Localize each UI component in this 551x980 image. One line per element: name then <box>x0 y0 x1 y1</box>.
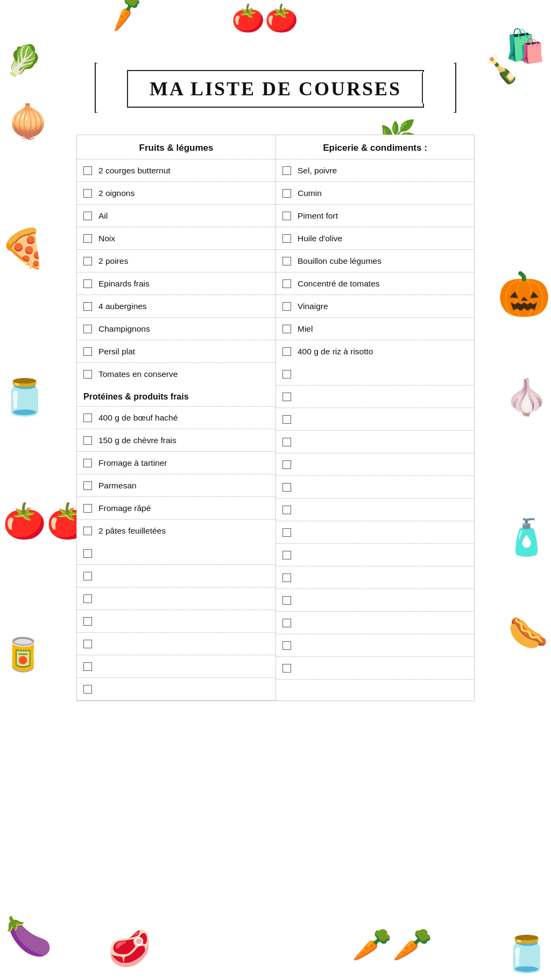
checkbox-left-4[interactable] <box>83 257 92 265</box>
checkbox-empty-right-8[interactable] <box>282 551 291 559</box>
checkbox-right-2[interactable] <box>282 212 291 220</box>
checkbox-left-1[interactable] <box>83 189 92 198</box>
checkbox-left2-0[interactable] <box>83 414 92 422</box>
checkbox-left2-3[interactable] <box>83 481 92 490</box>
checkbox-empty-left-5[interactable] <box>83 662 92 671</box>
checkbox-left-7[interactable] <box>83 325 92 333</box>
item-text-left-2: Ail <box>98 211 108 221</box>
epicerie-list: Sel, poivre Cumin Piment fort Huile d'ol… <box>276 159 474 363</box>
checkbox-empty-right-3[interactable] <box>282 438 291 446</box>
checkbox-empty-right-10[interactable] <box>282 596 291 605</box>
list-item: Parmesan <box>77 474 276 497</box>
checkbox-empty-right-1[interactable] <box>282 393 291 401</box>
checkbox-left-3[interactable] <box>83 234 92 243</box>
checkbox-left-6[interactable] <box>83 302 92 311</box>
checkbox-empty-right-12[interactable] <box>282 641 291 650</box>
item-text-right-0: Sel, poivre <box>298 166 337 176</box>
empty-item-left <box>77 610 276 633</box>
checkbox-empty-left-0[interactable] <box>83 549 92 558</box>
section2-header: Protéines & produits frais <box>77 386 276 407</box>
list-item: Concentré de tomates <box>276 272 474 295</box>
item-text-right-1: Cumin <box>298 188 322 198</box>
ham-decoration: 🥩 <box>108 928 151 969</box>
empty-item-left <box>77 678 276 701</box>
checkbox-left-0[interactable] <box>83 166 92 175</box>
item-text-left-8: Persil plat <box>98 347 135 356</box>
checkbox-empty-left-1[interactable] <box>83 572 92 580</box>
checkbox-left2-1[interactable] <box>83 436 92 445</box>
main-content: Fruits & légumes 2 courges butternut 2 o… <box>0 124 551 723</box>
checkbox-left2-4[interactable] <box>83 504 92 513</box>
empty-item-right <box>276 657 474 680</box>
checkbox-empty-left-2[interactable] <box>83 594 92 603</box>
list-item: Vinaigre <box>276 295 474 318</box>
list-item: 150 g de chèvre frais <box>77 429 276 452</box>
list-item: Ail <box>77 205 276 227</box>
empty-item-right <box>276 499 474 521</box>
empty-item-right <box>276 612 474 634</box>
item-text-left2-2: Fromage à tartiner <box>98 458 167 468</box>
list-item: Tomates en conserve <box>77 363 276 386</box>
checkbox-empty-left-4[interactable] <box>83 640 92 648</box>
checkbox-right-0[interactable] <box>282 166 291 175</box>
item-text-right-4: Bouillon cube légumes <box>298 256 382 266</box>
item-text-left-4: 2 poires <box>98 256 128 266</box>
checkbox-right-8[interactable] <box>282 347 291 356</box>
jar2-decoration: 🫙 <box>505 934 548 975</box>
checkbox-right-3[interactable] <box>282 234 291 243</box>
checkbox-right-4[interactable] <box>282 257 291 265</box>
left-column-header: Fruits & légumes <box>77 135 276 159</box>
checkbox-empty-left-3[interactable] <box>83 617 92 626</box>
checkbox-left-8[interactable] <box>83 347 92 356</box>
list-item: 2 poires <box>77 250 276 272</box>
empty-item-left <box>77 542 276 565</box>
checkbox-empty-left-6[interactable] <box>83 685 92 694</box>
item-text-left-5: Epinards frais <box>98 279 150 289</box>
list-item: 2 pâtes feuilletées <box>77 520 276 542</box>
right-column-header: Epicerie & condiments : <box>276 135 474 159</box>
checkbox-right-1[interactable] <box>282 189 291 198</box>
list-item: Cumin <box>276 182 474 205</box>
list-item: Noix <box>77 227 276 250</box>
checkbox-empty-right-4[interactable] <box>282 460 291 469</box>
checkbox-empty-right-2[interactable] <box>282 415 291 424</box>
item-text-left-9: Tomates en conserve <box>98 369 178 379</box>
item-text-left2-4: Fromage râpé <box>98 503 151 513</box>
item-text-left-6: 4 aubergines <box>98 302 147 311</box>
item-text-right-3: Huile d'olive <box>298 234 342 243</box>
empty-item-right <box>276 589 474 612</box>
checkbox-right-5[interactable] <box>282 279 291 288</box>
list-item: Epinards frais <box>77 272 276 295</box>
checkbox-left2-5[interactable] <box>83 527 92 535</box>
page: 🥕 🍅🍅 🥬 🧅 🛍️ 🍾 🥔🥔 🌿 🍕 🎃 🫙 🧄 🍅🍅 🧴 🥫 🌭 🍆 🥩 … <box>0 0 551 980</box>
item-text-right-8: 400 g de riz à risotto <box>298 347 373 356</box>
right-column: Epicerie & condiments : Sel, poivre Cumi… <box>276 135 475 701</box>
list-item: Bouillon cube légumes <box>276 250 474 272</box>
checkbox-left2-2[interactable] <box>83 459 92 467</box>
list-item: 2 courges butternut <box>77 159 276 182</box>
banner: MA LISTE DE COURSES <box>95 65 456 113</box>
list-item: Persil plat <box>77 340 276 363</box>
eggplant-decoration: 🍆 <box>5 914 52 958</box>
checkbox-left-9[interactable] <box>83 370 92 379</box>
item-text-left2-5: 2 pâtes feuilletées <box>98 526 166 536</box>
empty-item-right <box>276 521 474 544</box>
list-item: Champignons <box>77 318 276 340</box>
checkbox-empty-right-9[interactable] <box>282 573 291 582</box>
checkbox-empty-right-0[interactable] <box>282 370 291 379</box>
empty-item-right <box>276 363 474 386</box>
checkbox-empty-right-6[interactable] <box>282 506 291 514</box>
item-text-left2-0: 400 g de bœuf haché <box>98 413 178 423</box>
empty-item-left <box>77 565 276 587</box>
checkbox-empty-right-13[interactable] <box>282 664 291 673</box>
checkbox-left-5[interactable] <box>83 279 92 288</box>
checkbox-empty-right-5[interactable] <box>282 483 291 492</box>
banner-inner: MA LISTE DE COURSES <box>127 70 424 108</box>
empty-item-right <box>276 566 474 589</box>
checkbox-empty-right-7[interactable] <box>282 528 291 537</box>
item-text-right-5: Concentré de tomates <box>298 279 380 289</box>
checkbox-right-6[interactable] <box>282 302 291 311</box>
checkbox-right-7[interactable] <box>282 325 291 333</box>
checkbox-left-2[interactable] <box>83 212 92 220</box>
checkbox-empty-right-11[interactable] <box>282 619 291 627</box>
